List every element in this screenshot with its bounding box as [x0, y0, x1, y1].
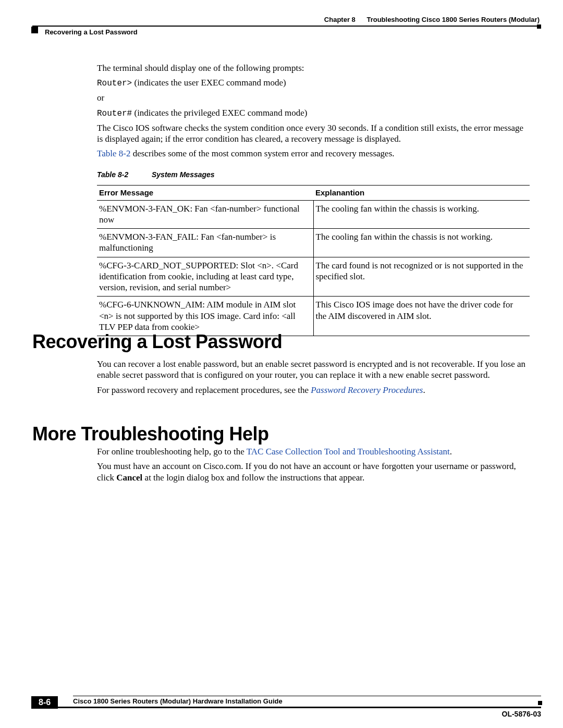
table-row: %CFG-6-UNKNOWN_AIM: AIM module in AIM sl… [97, 297, 530, 336]
section-body: You can recover a lost enable password, … [97, 359, 530, 399]
chapter-label: Chapter 8 [324, 16, 356, 23]
document-id: OL-5876-03 [502, 710, 541, 718]
password-recovery-link[interactable]: Password Recovery Procedures [311, 385, 423, 395]
paragraph: Router> (indicates the user EXEC command… [97, 77, 530, 89]
paragraph: or [97, 92, 530, 103]
body-text: The terminal should display one of the f… [97, 63, 530, 336]
paragraph: The terminal should display one of the f… [97, 63, 530, 73]
paragraph: Table 8-2 describes some of the most com… [97, 148, 530, 159]
section-body: For online troubleshooting help, go to t… [97, 446, 530, 487]
code-text: Router# [97, 109, 132, 118]
section-heading: Recovering a Lost Password [32, 331, 282, 353]
paragraph: For password recovery and replacement pr… [97, 385, 530, 396]
table-header: Error Message [97, 185, 313, 200]
table-header: Explanantion [313, 185, 530, 200]
code-text: Router> [97, 79, 132, 88]
table-row: %ENVMON-3-FAN_OK: Fan <fan-number> funct… [97, 200, 530, 229]
table-reference-link[interactable]: Table 8-2 [97, 149, 130, 158]
paragraph: You must have an account on Cisco.com. I… [97, 461, 530, 483]
running-header: Chapter 8 Troubleshooting Cisco 1800 Ser… [0, 16, 563, 36]
running-footer: Cisco 1800 Series Routers (Modular) Hard… [31, 696, 541, 708]
corner-marker-icon [537, 24, 541, 29]
table-row: %ENVMON-3-FAN_FAIL: Fan <fan-number> is … [97, 229, 530, 257]
paragraph: You can recover a lost enable password, … [97, 359, 530, 381]
section-heading: More Troubleshooting Help [32, 423, 269, 445]
corner-marker-icon [31, 705, 35, 709]
paragraph: For online troubleshooting help, go to t… [97, 446, 530, 457]
table-caption: Table 8-2System Messages [97, 170, 530, 180]
corner-marker-icon [538, 701, 542, 705]
paragraph: Router# (indicates the privileged EXEC c… [97, 107, 530, 119]
chapter-title: Troubleshooting Cisco 1800 Series Router… [366, 16, 540, 23]
bold-text: Cancel [116, 473, 142, 483]
guide-title: Cisco 1800 Series Routers (Modular) Hard… [73, 696, 541, 707]
system-messages-table: Error Message Explanantion %ENVMON-3-FAN… [97, 185, 530, 336]
paragraph: The Cisco IOS software checks the system… [97, 122, 530, 145]
table-row: %CFG-3-CARD_NOT_SUPPORTED: Slot <n>. <Ca… [97, 257, 530, 297]
breadcrumb: Recovering a Lost Password [45, 28, 540, 36]
tac-tool-link[interactable]: TAC Case Collection Tool and Troubleshoo… [247, 447, 450, 456]
section-marker-icon [31, 27, 38, 33]
